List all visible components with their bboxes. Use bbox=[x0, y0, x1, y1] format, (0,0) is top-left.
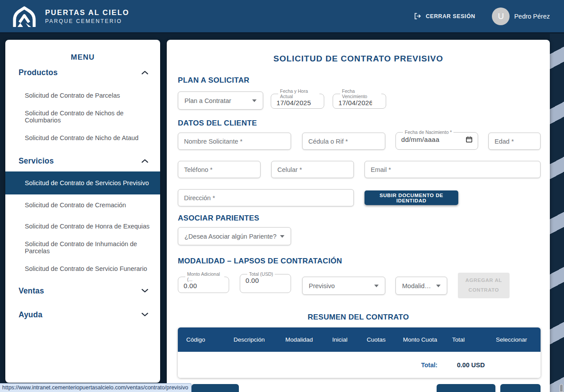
user-name: Pedro Pérez bbox=[514, 13, 550, 20]
fecha-actual-field[interactable]: Fecha y Hora Actual 17/04/2025 bbox=[271, 88, 324, 109]
fecha-actual-label: Fecha y Hora Actual bbox=[278, 88, 319, 99]
sidebar-title: MENU bbox=[5, 40, 160, 53]
app-header: PUERTAS AL CIELO PARQUE CEMENTERIO CERRA… bbox=[0, 0, 564, 34]
summary-total-value: 0.00 USD bbox=[444, 362, 487, 369]
tipo-contrato-select-label: Previsivo bbox=[309, 282, 335, 289]
fecha-vencimiento-field[interactable]: Fecha Vencimiento 17/04/2026 bbox=[333, 88, 386, 109]
monto-adicional-value: 0.00 bbox=[184, 282, 197, 289]
total-usd-field[interactable]: Total (USD) 0.00 bbox=[240, 271, 291, 293]
bottom-action-button-1[interactable] bbox=[192, 384, 239, 392]
column-header-seleccionar: Seleccionar bbox=[487, 336, 541, 343]
scrollbar-thumb[interactable] bbox=[560, 384, 563, 392]
sidebar-section-ventas[interactable]: Ventas bbox=[5, 286, 160, 296]
column-header-cuotas: Cuotas bbox=[358, 336, 395, 343]
asociar-pariente-select[interactable]: ¿Desea Asociar algún Pariente? bbox=[178, 227, 291, 245]
sidebar-item-servicio-funerario[interactable]: Solicitud de Contrato de Servicio Funera… bbox=[5, 258, 160, 279]
avatar: U bbox=[492, 8, 510, 25]
section-heading-resumen: RESUMEN DEL CONTRATO bbox=[167, 313, 550, 322]
sidebar-item-cremacion[interactable]: Solicitud de Contrato de Cremación bbox=[5, 194, 160, 216]
brand: PUERTAS AL CIELO PARQUE CEMENTERIO bbox=[11, 4, 129, 28]
column-header-total: Total bbox=[444, 336, 487, 343]
dropdown-arrow-icon bbox=[374, 285, 379, 287]
fecha-nacimiento-field[interactable]: Fecha de Nacimiento * dd/mm/aaaa bbox=[395, 129, 478, 150]
logout-label: CERRAR SESIÓN bbox=[426, 13, 475, 19]
brand-logo-icon bbox=[11, 4, 38, 28]
bottom-action-button-3[interactable] bbox=[500, 384, 541, 392]
section-heading-plan: PLAN A SOLICITAR bbox=[178, 76, 249, 85]
summary-total-label: Total: bbox=[395, 362, 444, 369]
section-heading-parientes: ASOCIAR PARIENTES bbox=[178, 214, 259, 223]
logout-icon bbox=[413, 12, 422, 20]
dropdown-arrow-icon bbox=[252, 99, 257, 102]
fecha-vencimiento-label: Fecha Vencimiento bbox=[340, 88, 381, 99]
summary-total-row: Total: 0.00 USD bbox=[178, 352, 541, 378]
fecha-nacimiento-label: Fecha de Nacimiento * bbox=[403, 129, 453, 135]
chevron-down-icon bbox=[142, 289, 148, 293]
modalidad-select-label: Modalidad de... bbox=[402, 282, 433, 289]
fecha-nacimiento-value: dd/mm/aaaa bbox=[401, 136, 439, 143]
column-header-codigo: Código bbox=[178, 336, 225, 343]
fecha-vencimiento-value: 17/04/2026 bbox=[338, 99, 372, 107]
email-input[interactable] bbox=[364, 161, 541, 178]
sidebar-item-nicho-ataud[interactable]: Solicitud de Contrato de Nicho de Ataud bbox=[5, 127, 160, 148]
telefono-input[interactable] bbox=[178, 161, 261, 178]
chevron-up-icon bbox=[142, 159, 148, 163]
celular-input[interactable] bbox=[271, 161, 354, 178]
tipo-contrato-select[interactable]: Previsivo bbox=[302, 277, 385, 295]
sidebar-section-servicios[interactable]: Servicios bbox=[5, 156, 160, 166]
summary-table-header: Código Descripción Modalidad Inicial Cuo… bbox=[178, 327, 541, 352]
plan-select-label: Plan a Contratar bbox=[184, 97, 231, 104]
dropdown-arrow-icon bbox=[280, 235, 284, 238]
contract-form: SOLICITUD DE CONTRATO PREVISIVO PLAN A S… bbox=[167, 40, 550, 392]
sidebar-item-honra-exequias[interactable]: Solicitud de Contrato de Honra de Exequi… bbox=[5, 216, 160, 237]
sidebar: MENU Productos Solicitud de Contrato de … bbox=[5, 40, 160, 383]
brand-subtitle: PARQUE CEMENTERIO bbox=[45, 18, 129, 24]
total-usd-label: Total (USD) bbox=[247, 271, 275, 277]
edad-input[interactable] bbox=[488, 133, 541, 150]
calendar-icon[interactable] bbox=[466, 136, 472, 143]
statusbar-url-tooltip: https://www.intranet.cementeriopuertasal… bbox=[0, 383, 192, 392]
agregar-al-contrato-button[interactable]: AGREGAR AL CONTRATO bbox=[458, 273, 510, 298]
monto-adicional-label: Monto Adicional (... bbox=[185, 271, 224, 282]
sidebar-section-ayuda[interactable]: Ayuda bbox=[5, 310, 160, 320]
contract-summary-table: Código Descripción Modalidad Inicial Cuo… bbox=[178, 327, 541, 378]
column-header-monto-cuota: Monto Cuota bbox=[395, 336, 444, 343]
fecha-actual-value: 17/04/2025 bbox=[276, 99, 311, 107]
plan-select[interactable]: Plan a Contratar bbox=[178, 91, 263, 110]
subir-documento-button[interactable]: SUBIR DOCUMENTO DE IDENTIDAD bbox=[364, 190, 458, 205]
sidebar-item-inhumacion-parcelas[interactable]: Solicitud de Contrato de Inhumación de P… bbox=[5, 237, 160, 258]
background-pattern bbox=[550, 34, 564, 392]
sidebar-section-label: Servicios bbox=[19, 156, 54, 166]
page-title: SOLICITUD DE CONTRATO PREVISIVO bbox=[167, 54, 550, 64]
sidebar-section-label: Ayuda bbox=[19, 310, 42, 320]
nombre-solicitante-input[interactable] bbox=[178, 133, 291, 150]
bottom-action-button-2[interactable] bbox=[437, 384, 495, 392]
chevron-up-icon bbox=[142, 70, 148, 75]
user-menu[interactable]: U Pedro Pérez bbox=[492, 8, 550, 25]
sidebar-item-parcelas[interactable]: Solicitud de Contrato de Parcelas bbox=[5, 85, 160, 106]
total-usd-value: 0.00 bbox=[246, 277, 259, 284]
column-header-modalidad: Modalidad bbox=[277, 336, 324, 343]
modalidad-select[interactable]: Modalidad de... bbox=[395, 277, 447, 295]
logout-button[interactable]: CERRAR SESIÓN bbox=[413, 12, 475, 20]
sidebar-item-servicios-previsivo[interactable]: Solicitud de Contrato de Servicios Previ… bbox=[5, 171, 160, 194]
column-header-descripcion: Descripción bbox=[225, 336, 277, 343]
section-heading-modalidad: MODALIDAD – LAPSOS DE CONTRATACIÓN bbox=[178, 257, 342, 266]
sidebar-section-label: Productos bbox=[19, 68, 58, 77]
dropdown-arrow-icon bbox=[436, 285, 441, 287]
asociar-pariente-select-label: ¿Desea Asociar algún Pariente? bbox=[184, 233, 276, 240]
sidebar-section-label: Ventas bbox=[19, 286, 44, 296]
section-heading-cliente: DATOS DEL CLIENTE bbox=[178, 119, 257, 128]
sidebar-item-nichos-columbarios[interactable]: Solicitud de Contrato de Nichos de Colum… bbox=[5, 106, 160, 127]
cedula-rif-input[interactable] bbox=[302, 133, 385, 150]
chevron-down-icon bbox=[142, 312, 148, 317]
column-header-inicial: Inicial bbox=[324, 336, 358, 343]
monto-adicional-field[interactable]: Monto Adicional (... 0.00 bbox=[178, 271, 229, 293]
sidebar-section-productos[interactable]: Productos bbox=[5, 68, 160, 77]
brand-title: PUERTAS AL CIELO bbox=[45, 8, 129, 17]
direccion-input[interactable] bbox=[178, 189, 354, 206]
